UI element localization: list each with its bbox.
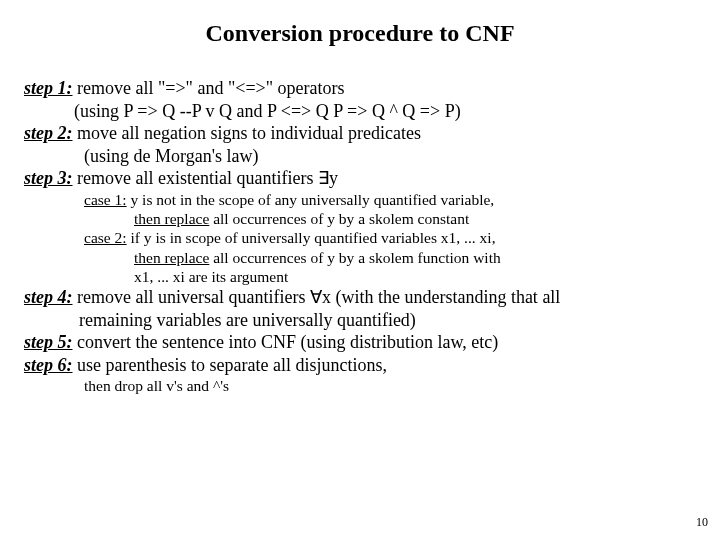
step-1-text: remove all "=>" and "<=>" operators	[73, 78, 345, 98]
step-3-case1-a: case 1: y is not in the scope of any uni…	[24, 190, 696, 209]
step-6-label: step 6:	[24, 355, 73, 375]
case2-underlined: case 2:	[84, 229, 127, 246]
case1-underlined: case 1:	[84, 191, 127, 208]
step-6-sub: then drop all v's and ^'s	[24, 376, 696, 395]
step-3-case2-b: then replace all occurrences of y by a s…	[24, 248, 696, 267]
step-3-case2-c: x1, ... xi are its argument	[24, 267, 696, 286]
step-3-case1-b: then replace all occurrences of y by a s…	[24, 209, 696, 228]
step-1: step 1: remove all "=>" and "<=>" operat…	[24, 77, 696, 100]
step-6-text: use parenthesis to separate all disjunct…	[73, 355, 387, 375]
case2b-rest: all occurrences of y by a skolem functio…	[209, 249, 500, 266]
step-4-label: step 4:	[24, 287, 73, 307]
case1b-u: then replace	[134, 210, 209, 227]
case1b-rest: all occurrences of y by a skolem constan…	[209, 210, 469, 227]
step-1-sub: (using P => Q --P v Q and P <=> Q P => Q…	[24, 100, 696, 123]
case1-rest: y is not in the scope of any universally…	[127, 191, 495, 208]
step-5: step 5: convert the sentence into CNF (u…	[24, 331, 696, 354]
case2-rest: if y is in scope of universally quantifi…	[127, 229, 496, 246]
page-number: 10	[696, 515, 708, 530]
slide-title: Conversion procedure to CNF	[24, 20, 696, 47]
step-4-cont: remaining variables are universally quan…	[24, 309, 696, 332]
step-6: step 6: use parenthesis to separate all …	[24, 354, 696, 377]
step-4-text: remove all universal quantifiers ∀x (wit…	[73, 287, 561, 307]
step-5-text: convert the sentence into CNF (using dis…	[73, 332, 499, 352]
step-5-label: step 5:	[24, 332, 73, 352]
slide-container: Conversion procedure to CNF step 1: remo…	[0, 0, 720, 540]
step-2: step 2: move all negation signs to indiv…	[24, 122, 696, 145]
step-3-label: step 3:	[24, 168, 73, 188]
case2b-u: then replace	[134, 249, 209, 266]
step-2-label: step 2:	[24, 123, 73, 143]
step-3: step 3: remove all existential quantifie…	[24, 167, 696, 190]
step-2-text: move all negation signs to individual pr…	[73, 123, 421, 143]
step-3-text: remove all existential quantifiers ∃y	[73, 168, 338, 188]
slide-content: step 1: remove all "=>" and "<=>" operat…	[24, 77, 696, 396]
step-4: step 4: remove all universal quantifiers…	[24, 286, 696, 309]
step-3-case2-a: case 2: if y is in scope of universally …	[24, 228, 696, 247]
step-1-label: step 1:	[24, 78, 73, 98]
step-2-sub: (using de Morgan's law)	[24, 145, 696, 168]
